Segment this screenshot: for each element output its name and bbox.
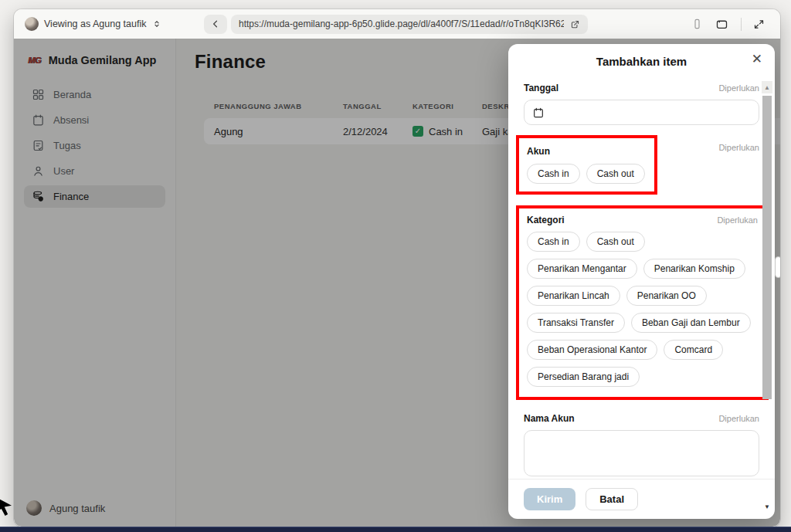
modal-footer: Kirim Batal [508, 479, 775, 519]
viewing-as-selector[interactable]: Viewing as Agung taufik [25, 17, 204, 31]
phone-preview-icon[interactable] [691, 17, 703, 31]
nama-akun-field: Nama Akun Diperlukan [524, 413, 759, 479]
tanggal-field-header: Tanggal Diperlukan [524, 83, 759, 93]
open-external-icon[interactable] [570, 19, 580, 29]
cancel-button[interactable]: Batal [586, 488, 638, 510]
avatar [25, 17, 39, 31]
kategori-chip-comcard[interactable]: Comcard [664, 340, 723, 360]
desktop: Viewing as Agung taufik https://muda-gem… [0, 0, 791, 532]
kategori-chip-cash-out[interactable]: Cash out [586, 232, 645, 252]
kategori-chip-penarikan-mengantar[interactable]: Penarikan Mengantar [527, 259, 637, 279]
window-scrollbar-handle[interactable] [775, 256, 780, 278]
url-bar[interactable]: https://muda-gemilang-app-6p50.glide.pag… [231, 15, 588, 34]
builder-topbar: Viewing as Agung taufik https://muda-gem… [14, 9, 780, 39]
akun-chip-cash-in[interactable]: Cash in [527, 164, 580, 184]
url-text: https://muda-gemilang-app-6p50.glide.pag… [239, 19, 564, 29]
tanggal-label: Tanggal [524, 83, 558, 93]
modal-title: Tambahkan item [596, 55, 687, 68]
required-badge: Diperlukan [718, 135, 759, 152]
chevron-updown-icon [152, 19, 161, 29]
submit-button[interactable]: Kirim [524, 488, 575, 510]
app-preview: MG Muda Gemilang App BerandaAbsensiTugas… [14, 39, 780, 527]
modal-header: Tambahkan item ✕ [508, 44, 775, 78]
mouse-cursor [0, 496, 12, 517]
desktop-preview-icon[interactable] [715, 18, 729, 31]
akun-field: Akun Cash inCash out Diperlukan [524, 135, 759, 195]
akun-chip-cash-out[interactable]: Cash out [586, 164, 645, 184]
nama-akun-field-header: Nama Akun Diperlukan [524, 413, 759, 424]
back-button[interactable] [204, 15, 227, 34]
kategori-chip-persedian-barang-jadi[interactable]: Persedian Barang jadi [527, 367, 640, 387]
close-icon[interactable]: ✕ [752, 53, 762, 66]
kategori-chips: Cash inCash outPenarikan MengantarPenari… [527, 232, 758, 387]
desktop-taskbar-edge [0, 527, 791, 532]
scroll-down-icon[interactable]: ▼ [762, 500, 772, 513]
device-toggle-group [691, 17, 769, 31]
required-badge: Diperlukan [717, 215, 758, 225]
scroll-up-icon[interactable]: ▲ [762, 81, 772, 93]
kategori-highlight-box: Kategori Diperlukan Cash inCash outPenar… [516, 205, 769, 400]
required-badge: Diperlukan [718, 414, 759, 423]
required-badge: Diperlukan [718, 83, 759, 93]
kategori-field-header: Kategori Diperlukan [527, 215, 758, 225]
add-item-modal: Tambahkan item ✕ Tanggal Diperlukan Akun [508, 44, 775, 519]
fullscreen-icon[interactable] [753, 19, 765, 30]
kategori-label: Kategori [527, 215, 565, 225]
modal-scrollbar[interactable]: ▲ ▼ [762, 81, 772, 513]
kategori-chip-beban-gaji-dan-lembur[interactable]: Beban Gaji dan Lembur [631, 313, 751, 333]
kategori-chip-penarikan-komship[interactable]: Penarikan Komship [643, 259, 745, 279]
nama-akun-textarea[interactable] [524, 430, 759, 476]
viewing-as-label: Viewing as Agung taufik [44, 19, 147, 29]
divider [741, 18, 742, 31]
akun-label: Akun [527, 146, 550, 157]
nama-akun-label: Nama Akun [524, 413, 575, 424]
akun-highlight-box: Akun Cash inCash out [516, 135, 657, 195]
calendar-icon [532, 107, 545, 119]
akun-chips: Cash inCash out [527, 164, 645, 184]
scrollbar-thumb[interactable] [762, 96, 772, 399]
browser-window: Viewing as Agung taufik https://muda-gem… [14, 9, 780, 527]
modal-body: Tanggal Diperlukan Akun Cash inCash out … [508, 78, 775, 479]
kategori-chip-cash-in[interactable]: Cash in [527, 232, 580, 252]
kategori-chip-transaksi-transfer[interactable]: Transaksi Transfer [527, 313, 625, 333]
kategori-chip-penarikan-oo[interactable]: Penarikan OO [626, 286, 707, 306]
chevron-left-icon [210, 19, 221, 29]
date-input[interactable] [524, 100, 759, 125]
kategori-chip-beban-operasional-kantor[interactable]: Beban Operasional Kantor [527, 340, 657, 360]
kategori-chip-penarikan-lincah[interactable]: Penarikan Lincah [527, 286, 620, 306]
